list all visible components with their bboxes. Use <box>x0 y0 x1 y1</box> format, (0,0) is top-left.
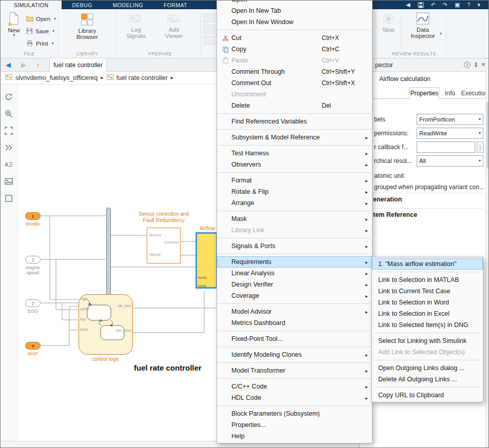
context-menu-item-find-referenced-variables[interactable]: Find Referenced Variables <box>217 116 372 127</box>
context-menu-item-c-c-code[interactable]: C/C++ Code▸ <box>217 381 372 392</box>
new-button[interactable]: ★ New ▾ <box>5 12 23 37</box>
stop-button[interactable]: Stop <box>378 13 399 33</box>
more-options-button[interactable]: ⋮ <box>477 141 484 153</box>
context-menu-item-model-transformer[interactable]: Model Transformer▸ <box>217 365 372 376</box>
context-menu-item-coverage[interactable]: Coverage▸ <box>217 290 372 301</box>
context-menu-item-properties[interactable]: Properties... <box>217 419 372 431</box>
tab-properties[interactable]: Properties <box>409 87 439 99</box>
context-menu-item-open[interactable]: Open <box>217 0 372 5</box>
inport-ego[interactable]: 3 <box>25 299 41 307</box>
dropdown-fromporticon[interactable]: FromPortIcon▾ <box>417 114 483 125</box>
req-submenu-item-copy-url-to-clipboard[interactable]: Copy URL to Clipboard <box>372 390 483 401</box>
add-viewer-button[interactable]: Add Viewer <box>160 13 188 39</box>
tab-execution[interactable]: Execution <box>461 88 488 99</box>
open-button[interactable]: Open ▾ <box>26 14 56 24</box>
context-menu-item-mask[interactable]: Mask▸ <box>217 213 372 225</box>
context-menu-item-linear-analysis[interactable]: Linear Analysis▸ <box>217 268 372 279</box>
inport-engine-speed[interactable]: 2 <box>25 256 41 263</box>
req-submenu-item-select-for-linking-with-simulink[interactable]: Select for Linking with Simulink <box>372 335 483 347</box>
scrollbar-thumb[interactable] <box>486 102 489 169</box>
fit-to-view-icon[interactable] <box>5 127 13 135</box>
print-dropdown-icon[interactable]: ▾ <box>52 42 54 46</box>
save-button[interactable]: Save ▾ <box>26 27 54 36</box>
tab-info[interactable]: Info <box>441 88 459 99</box>
context-menu-item-model-advisor[interactable]: Model Advisor▸ <box>217 306 372 317</box>
context-menu-item-metrics-dashboard[interactable]: Metrics Dashboard <box>217 317 372 329</box>
dropdown-readwrite[interactable]: ReadWrite▾ <box>417 128 483 139</box>
dock-icon[interactable]: ◀ <box>406 2 410 8</box>
req-submenu-item-link-to-selection-in-word[interactable]: Link to Selection in Word <box>372 297 483 308</box>
save-icon[interactable] <box>418 2 424 8</box>
tab-debug[interactable]: DEBUG <box>62 1 102 9</box>
context-menu-item-format[interactable]: Format▸ <box>217 175 372 186</box>
image-icon[interactable] <box>5 177 13 186</box>
shape-rect-icon[interactable] <box>5 194 13 202</box>
dropdown-all[interactable]: All▾ <box>417 155 483 167</box>
context-menu-item-design-verifier[interactable]: Design Verifier▸ <box>217 279 372 290</box>
open-dropdown-icon[interactable]: ▾ <box>54 17 56 21</box>
breadcrumb-item-current[interactable]: fuel rate controller <box>116 74 168 82</box>
context-menu-item-block-parameters-subsystem[interactable]: Block Parameters (Subsystem) <box>217 408 372 419</box>
inspector-pin-icon[interactable] <box>473 62 479 71</box>
library-browser-button[interactable]: Library Browser <box>72 13 102 40</box>
annotation-icon[interactable]: A <box>5 160 13 169</box>
undo-icon[interactable]: ↶ <box>431 2 436 8</box>
prepare-extra-button[interactable] <box>204 25 215 34</box>
context-menu-item-comment-out[interactable]: Comment OutCtrl+Shift+X <box>217 77 372 89</box>
prepare-extra-button[interactable] <box>204 36 215 45</box>
context-menu-item-requirements[interactable]: Requirements▸ <box>217 256 372 268</box>
req-submenu-item-link-to-current-test-case[interactable]: Link to Current Test Case <box>372 286 483 297</box>
context-menu-item-subsystem-model-reference[interactable]: Subsystem & Model Reference▸ <box>217 132 372 143</box>
help-icon[interactable]: ? <box>467 2 470 8</box>
context-menu-item-observers[interactable]: Observers▸ <box>217 159 372 170</box>
context-menu-item-copy[interactable]: CopyCtrl+C <box>217 44 372 55</box>
document-tab[interactable]: fuel rate controller <box>49 58 107 72</box>
req-submenu-item-delete-all-outgoing-links[interactable]: Delete All Outgoing Links ... <box>372 374 483 385</box>
inspector-close-icon[interactable]: × <box>481 60 485 68</box>
inport-map[interactable]: 4 <box>25 342 41 350</box>
step-forward-icon[interactable] <box>5 144 13 152</box>
req-submenu-item-link-to-selection-in-excel[interactable]: Link to Selection in Excel <box>372 308 483 319</box>
context-menu-item-cut[interactable]: CutCtrl+X <box>217 32 372 44</box>
context-menu-item-fixed-point-tool[interactable]: Fixed-Point Tool... <box>217 333 372 344</box>
toolstrip-options-icon[interactable]: ▾ <box>477 2 480 8</box>
inspector-scrollbar[interactable] <box>485 58 489 447</box>
capture-icon[interactable]: ▣ <box>455 2 460 8</box>
inspector-help-icon[interactable]: ? <box>464 62 471 68</box>
req-submenu-item-link-to-selected-item-s-in-dng[interactable]: Link to Selected Item(s) in DNG <box>372 319 483 331</box>
inport-throttle[interactable]: 1 <box>25 212 41 220</box>
tab-modeling[interactable]: MODELING <box>103 1 153 9</box>
nav-up-icon[interactable]: ↑ <box>36 61 40 69</box>
control-logic-chart[interactable] <box>79 294 133 355</box>
context-menu-item-hdl-code[interactable]: HDL Code▸ <box>217 392 372 403</box>
req-submenu-item-link-to-selection-in-matlab[interactable]: Link to Selection in MATLAB <box>372 274 483 286</box>
context-menu-item-test-harness[interactable]: Test Harness▸ <box>217 148 372 159</box>
nav-back-icon[interactable]: ◀ <box>6 61 11 69</box>
breadcrumb-item-root[interactable]: slvnvdemo_fuelsys_officereq <box>15 74 97 82</box>
context-menu-item-delete[interactable]: DeleteDel <box>217 100 372 111</box>
save-dropdown-icon[interactable]: ▾ <box>52 29 54 33</box>
callback-input[interactable] <box>417 141 475 153</box>
log-signals-button[interactable]: Log Signals <box>122 13 150 39</box>
data-inspector-button[interactable]: Data Inspector <box>408 12 437 39</box>
context-menu-item-open-in-new-window[interactable]: Open In New Window <box>217 16 372 28</box>
mux-block[interactable] <box>106 208 111 309</box>
context-menu-item-open-in-new-tab[interactable]: Open In New Tab <box>217 5 372 16</box>
tab-simulation[interactable]: SIMULATION <box>1 1 62 9</box>
airflow-calculation-block[interactable]: feedb. mode <box>195 232 218 289</box>
redo-icon[interactable]: ↷ <box>443 2 447 8</box>
context-menu-item-comment-through[interactable]: Comment ThroughCtrl+Shift+Y <box>217 66 372 77</box>
data-inspector-dropdown-icon[interactable]: ▾ <box>440 32 442 36</box>
req-submenu-item-open-outgoing-links-dialog[interactable]: Open Outgoing Links dialog ... <box>372 362 483 374</box>
new-dropdown-icon[interactable]: ▾ <box>13 33 15 37</box>
context-menu-item-help[interactable]: Help <box>217 431 372 442</box>
context-menu-item-signals-ports[interactable]: Signals & Ports▸ <box>217 240 372 252</box>
context-menu-item-arrange[interactable]: Arrange▸ <box>217 197 372 209</box>
req-submenu-item-1-mass-airflow-estimation[interactable]: 1. "Mass airflow estimation" <box>372 258 483 270</box>
update-diagram-icon[interactable] <box>5 93 13 101</box>
sensor-correction-block[interactable]: Sensors Corrected Failures <box>147 228 181 263</box>
prepare-extra-button[interactable] <box>204 13 215 23</box>
context-menu-item-rotate-flip[interactable]: Rotate & Flip▸ <box>217 186 372 197</box>
zoom-icon[interactable] <box>5 110 13 118</box>
nav-forward-icon[interactable]: ▶ <box>21 61 26 69</box>
